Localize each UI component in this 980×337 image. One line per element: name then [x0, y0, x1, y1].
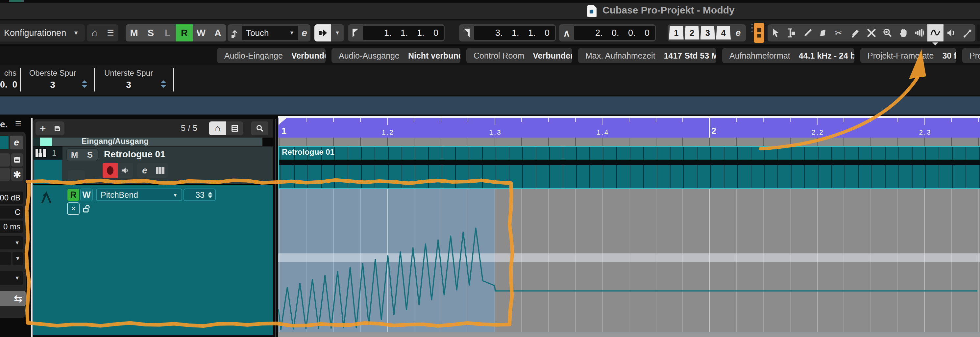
tool-glue-icon[interactable] [848, 24, 864, 42]
track-name[interactable]: Retrologue 01 [104, 149, 165, 160]
marker-2-button[interactable]: 2 [685, 26, 700, 40]
delay-field[interactable]: 0 ms [0, 220, 23, 233]
status-segment-4[interactable]: Aufnahmeformat44.1 kHz - 24 bit [722, 48, 854, 63]
global-automation-a-button[interactable]: A [210, 24, 226, 42]
snap-button[interactable] [754, 23, 764, 43]
top-track-stepper[interactable] [81, 80, 88, 88]
marker-4-button[interactable]: 4 [716, 26, 731, 40]
tool-play-icon[interactable] [911, 24, 928, 42]
empty-slot-button[interactable] [68, 170, 85, 183]
dropdown-field[interactable]: ▼ [0, 271, 23, 285]
tool-hand-icon[interactable] [896, 24, 912, 42]
status-segment-6[interactable]: Proj [962, 48, 980, 63]
left-locator-display[interactable]: 1. 1. 1. 0 [363, 26, 444, 40]
status-segment-1[interactable]: Audio-AusgängeNicht verbunden [331, 48, 460, 63]
status-segment-3[interactable]: Max. Aufnahmezeit1417 Std 53 Min [578, 48, 716, 63]
bottom-track-value[interactable]: 3 [97, 80, 160, 90]
tool-object-selection-icon[interactable] [768, 24, 784, 42]
instrument-track-row[interactable]: 1 M S Retrologue 01 e [33, 146, 273, 184]
automation-parameter-dropdown[interactable]: PitchBend ▼ [96, 188, 182, 201]
left-locator-group: 1. 1. 1. 0 [348, 24, 445, 42]
track-number: 1 [52, 149, 56, 158]
mute-solo-group: M S [67, 149, 98, 161]
tool-erase-icon[interactable] [816, 24, 832, 42]
io-track-row[interactable]: Eingang/Ausgang [33, 137, 273, 146]
tool-curve-icon[interactable] [928, 24, 943, 42]
right-locator-display[interactable]: 3. 1. 1. 0 [474, 26, 555, 40]
tool-mute-icon[interactable] [864, 24, 880, 42]
inspector-edit-button[interactable]: e [10, 136, 23, 149]
setup-window-layout-button[interactable]: ⌂ [87, 24, 103, 42]
marker-3-button[interactable]: 3 [700, 26, 715, 40]
track-event-scrollbar[interactable] [275, 119, 276, 337]
automation-lane-row[interactable]: R W PitchBend ▼ 33 ✕ [33, 184, 273, 335]
bottom-track-stepper[interactable] [161, 80, 166, 88]
automation-write-button[interactable]: W [80, 188, 93, 201]
tool-speaker-icon[interactable] [943, 24, 959, 42]
track-preset-icon[interactable] [50, 121, 64, 135]
left-locator-flag-icon[interactable] [348, 24, 363, 42]
global-automation-r-button[interactable]: R [176, 24, 193, 42]
automation-mute-button[interactable]: ✕ [67, 203, 80, 215]
inspector-menu-icon[interactable]: ≡ [15, 117, 21, 129]
track-color-swatch[interactable] [0, 136, 8, 149]
output-routing-button[interactable]: ⇆ [0, 291, 25, 306]
clipped-button[interactable] [0, 153, 10, 166]
tool-split-icon[interactable]: ✂ [831, 24, 848, 42]
midi-part[interactable]: Retrologue 01 [278, 146, 980, 189]
split-dropdown-chevron[interactable]: ▼ [13, 252, 23, 265]
global-automation-w-button[interactable]: W [193, 24, 210, 42]
monitor-button[interactable] [118, 163, 133, 178]
automation-edit-button[interactable]: e [298, 24, 310, 42]
tool-line-icon[interactable] [959, 24, 975, 42]
automation-value-box[interactable]: 33 [183, 188, 216, 201]
record-enable-button[interactable] [103, 163, 118, 178]
global-automation-m-button[interactable]: M [126, 24, 142, 42]
automation-read-button[interactable]: R [67, 188, 80, 201]
search-tracks-button[interactable] [251, 121, 268, 135]
asterisk-button[interactable]: ✱ [11, 168, 23, 181]
automation-lock-button[interactable] [80, 203, 93, 215]
automation-area[interactable] [278, 189, 980, 332]
home-icon[interactable]: ⌂ [209, 121, 226, 135]
right-locator-flag-icon[interactable] [459, 24, 474, 42]
automation-mode-dropdown[interactable]: Touch ▼ [242, 26, 298, 40]
mute-button[interactable]: M [67, 149, 82, 161]
dropdown-field[interactable]: ▼ [0, 236, 23, 249]
top-track-value[interactable]: 3 [23, 80, 82, 90]
grid-line [348, 147, 348, 188]
global-automation-s-button[interactable]: S [142, 24, 159, 42]
project-overview-band[interactable] [0, 96, 980, 115]
tool-zoom-icon[interactable] [879, 24, 896, 42]
status-segment-2[interactable]: Control RoomVerbunden [466, 48, 572, 63]
tool-draw-icon[interactable] [799, 24, 816, 42]
split-dropdown-field[interactable] [0, 252, 11, 265]
autoscroll-button[interactable] [314, 24, 331, 42]
locator-duration-display[interactable]: 2. 0. 0. 0 [574, 26, 655, 40]
clipped-right-button[interactable] [977, 24, 980, 42]
status-segment-0[interactable]: Audio-EingängeVerbunden [217, 48, 326, 63]
autoscroll-options-chevron[interactable]: ▼ [331, 24, 344, 42]
add-track-button[interactable]: + [35, 121, 50, 135]
marker-edit-button[interactable]: e [732, 24, 745, 42]
automation-value-stepper[interactable] [208, 192, 212, 198]
automation-panel-icon[interactable] [228, 24, 242, 42]
track-color-strip[interactable] [34, 160, 62, 185]
timeline-ruler[interactable]: 11.21.31.422.22.3 [278, 118, 980, 137]
gain-field[interactable]: 00 dB [0, 192, 23, 204]
tool-range-selection-icon[interactable] [784, 24, 800, 42]
status-segment-5[interactable]: Projekt-Framerate30 fps [860, 48, 956, 63]
pan-field[interactable]: C [0, 206, 23, 219]
global-automation-l-button[interactable]: L [159, 24, 176, 42]
locator-span-icon[interactable]: ∧ [559, 24, 574, 42]
panel-divider-line[interactable] [31, 118, 33, 337]
marker-1-button[interactable]: 1 [669, 26, 684, 40]
solo-button[interactable]: S [82, 149, 98, 161]
clipped-button[interactable] [0, 168, 10, 181]
lane-display-button[interactable] [11, 153, 23, 166]
window-zones-icon[interactable]: ☰ [103, 24, 118, 42]
open-instrument-icon[interactable] [153, 163, 169, 178]
edit-channel-button[interactable]: e [137, 163, 153, 178]
list-icon[interactable] [226, 121, 243, 135]
configurations-dropdown[interactable]: Konfigurationen ▼ [0, 24, 85, 42]
